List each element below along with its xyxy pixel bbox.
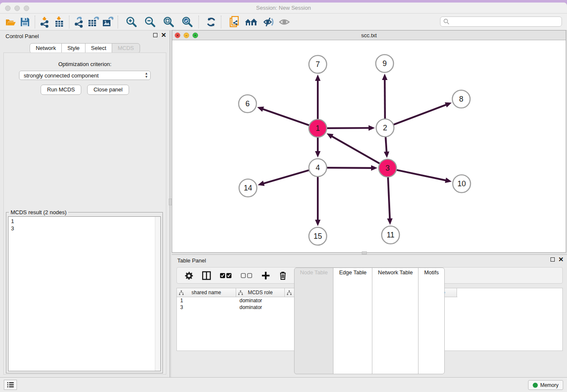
zoom-out-icon[interactable] [143,15,157,29]
graph-edge-arrowhead [258,181,264,186]
graph-node-label: 4 [316,163,320,172]
show-hidden-icon[interactable] [277,15,292,29]
table-tabs: Node TableEdge TableNetwork TableMotifs [172,268,567,374]
network-title: scc.txt [172,32,566,39]
tab-network[interactable]: Network [30,43,62,53]
graph-edge-arrowhead [445,102,451,108]
search-box[interactable] [440,17,562,27]
graph-node-label: 2 [383,124,387,132]
graph-node-label: 15 [314,232,322,240]
graph-node-label: 6 [245,99,250,108]
table-panel-title: Table Panel [177,257,206,264]
table-panel: Table Panel ✕ f(x) shared nameMCDS roles… [172,254,567,377]
horizontal-splitter-handle[interactable] [362,251,367,254]
zoom-fit-icon[interactable] [161,15,176,29]
memory-label: Memory [540,382,559,388]
graph-node-label: 9 [383,59,387,68]
control-panel-title: Control Panel [6,33,39,39]
graph-node-label: 8 [459,95,463,103]
dropdown-value: strongly connected component [24,72,99,79]
control-panel: Control Panel ✕ NetworkStyleSelectMCDS O… [0,30,170,377]
toolbar-separator [118,16,118,28]
tab-select[interactable]: Select [85,43,112,53]
control-panel-tabs: NetworkStyleSelectMCDS [0,43,170,53]
toolbar-separator [69,16,69,28]
graph-edge-arrowhead [371,165,377,171]
graph-edge-arrowhead [315,75,321,81]
memory-button[interactable]: Memory [528,380,563,390]
result-scrollbar[interactable] [155,217,160,371]
tab-edge-table[interactable]: Edge Table [333,268,372,374]
mcds-result-group: MCDS result (2 nodes) 1 3 [6,212,163,373]
save-session-icon[interactable] [18,15,32,29]
graph-node-label: 14 [244,184,252,192]
optimization-criterion-label: Optimization criterion: [4,61,166,67]
network-titlebar: ✕ − + scc.txt [172,30,566,40]
mcds-result-text[interactable]: 1 3 [8,216,161,371]
graph-edge-arrowhead [369,125,375,131]
graph-edge-arrowhead [445,178,451,183]
network-view-window: ✕ − + scc.txt 7968124314101511 [172,30,566,253]
tab-style[interactable]: Style [61,43,85,53]
close-panel-icon[interactable]: ✕ [161,33,166,38]
titlebar: Session: New Session [0,3,567,14]
open-session-icon[interactable] [3,15,18,29]
export-image-icon[interactable] [101,15,115,29]
import-network-icon[interactable] [38,15,52,29]
search-icon [443,18,450,25]
tab-mcds[interactable]: MCDS [112,43,140,53]
network-canvas[interactable]: 7968124314101511 [172,40,566,252]
run-mcds-button[interactable]: Run MCDS [41,85,81,95]
window-title: Session: New Session [0,5,567,11]
task-history-button[interactable] [4,380,17,390]
graph-edge-arrowhead [384,152,389,158]
refresh-icon[interactable] [204,15,218,29]
import-table-icon[interactable] [52,15,66,29]
dropdown-chevrons-icon: ▲▼ [145,72,148,79]
toolbar-separator [221,16,221,28]
export-table-icon[interactable] [86,15,101,29]
close-table-panel-icon[interactable]: ✕ [558,257,564,262]
optimization-criterion-dropdown[interactable]: strongly connected component ▲▼ [19,71,151,80]
close-panel-button[interactable]: Close panel [87,85,129,95]
show-all-networks-icon[interactable] [244,15,259,29]
float-panel-icon[interactable] [153,33,157,37]
main-toolbar [0,14,567,30]
toolbar-separator [198,16,199,28]
hide-selected-icon[interactable] [261,15,275,29]
graph-node-label: 11 [387,231,395,239]
graph-edge-arrowhead [387,218,393,225]
search-input[interactable] [450,19,561,25]
export-network-icon[interactable] [72,15,86,29]
zoom-in-icon[interactable] [124,15,138,29]
graph-edge-arrowhead [315,220,321,226]
graph-node-label: 7 [316,60,320,69]
mcds-result-title: MCDS result (2 nodes) [9,209,68,215]
app-window: Session: New Session [0,3,567,392]
status-bar: Memory [0,377,567,392]
graph-node-label: 1 [316,124,320,133]
graph-edge-arrowhead [257,107,264,112]
zoom-selected-icon[interactable] [180,15,194,29]
memory-status-icon [533,383,538,388]
graph-edge-arrowhead [315,151,321,157]
float-table-panel-icon[interactable] [550,257,555,262]
tab-node-table[interactable]: Node Table [294,268,334,374]
graph-edge-arrowhead [382,74,388,80]
mcds-tab-content: Optimization criterion: strongly connect… [3,52,166,375]
graph-edge-2-8[interactable] [385,105,446,128]
graph-edge-3-1[interactable] [331,136,388,168]
network-graph[interactable]: 7968124314101511 [172,40,566,252]
graph-node-label: 3 [385,164,390,172]
list-icon [7,382,14,388]
tab-network-table[interactable]: Network Table [372,268,418,374]
clone-network-icon[interactable] [227,15,242,29]
graph-node-label: 10 [457,179,466,188]
tab-motifs[interactable]: Motifs [418,268,445,374]
toolbar-separator [35,16,35,28]
